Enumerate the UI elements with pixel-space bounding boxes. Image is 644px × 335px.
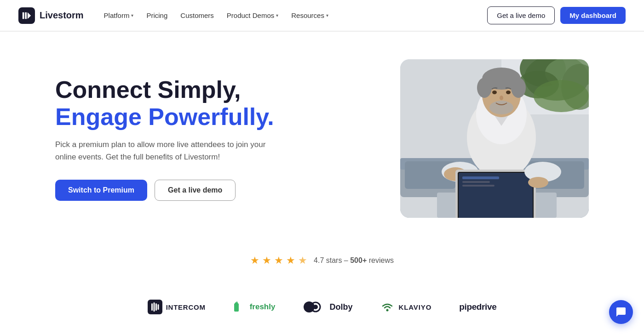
svg-point-9 — [534, 80, 589, 112]
nav-right: Get a live demo My dashboard — [487, 6, 626, 24]
intercom-icon — [148, 300, 162, 314]
svg-rect-41 — [153, 302, 155, 312]
svg-rect-33 — [462, 176, 499, 179]
nav-link-product-demos[interactable]: Product Demos ▾ — [221, 8, 284, 23]
nav-links: Platform ▾ Pricing Customers Product Dem… — [98, 8, 334, 23]
hero-subtitle: Pick a premium plan to allow more live a… — [55, 138, 267, 163]
hero-scene-svg — [400, 59, 589, 218]
logo-dolby: Dolby — [303, 301, 352, 313]
svg-rect-34 — [462, 181, 490, 183]
nav-link-customers[interactable]: Customers — [175, 8, 219, 23]
star-2-icon: ★ — [262, 255, 271, 267]
hero-content: Connect Simply, Engage Powerfully. Pick … — [55, 76, 274, 201]
svg-point-26 — [506, 91, 511, 94]
svg-rect-42 — [155, 303, 157, 311]
get-live-demo-hero-button[interactable]: Get a live demo — [155, 180, 236, 201]
svg-point-22 — [477, 78, 492, 98]
svg-point-24 — [489, 101, 513, 114]
reviews-section: ★ ★ ★ ★ ★ 4.7 stars – 500+ reviews — [0, 236, 644, 295]
svg-rect-1 — [25, 12, 27, 19]
logo-svg — [22, 11, 32, 21]
nav-link-resources[interactable]: Resources ▾ — [286, 8, 334, 23]
svg-rect-0 — [23, 12, 24, 19]
svg-point-27 — [500, 96, 503, 100]
hero-section: Connect Simply, Engage Powerfully. Pick … — [0, 32, 644, 236]
svg-rect-35 — [462, 185, 494, 187]
logo-icon — [18, 7, 35, 24]
logo-klaviyo: KLAVIYO — [380, 301, 431, 313]
svg-rect-46 — [236, 301, 237, 304]
svg-point-49 — [313, 305, 318, 309]
logo-freshly: freshly — [233, 301, 276, 313]
freshly-icon — [233, 301, 246, 313]
svg-point-25 — [492, 91, 497, 94]
chat-widget[interactable] — [609, 300, 633, 324]
svg-rect-32 — [459, 173, 533, 218]
star-4-icon: ★ — [286, 255, 295, 267]
svg-rect-40 — [151, 303, 153, 311]
svg-point-37 — [528, 177, 548, 188]
logo-intercom: INTERCOM — [148, 300, 206, 314]
logos-row: INTERCOM freshly Dolby — [0, 295, 644, 333]
hero-image — [400, 59, 589, 218]
dolby-icon — [303, 301, 326, 313]
my-dashboard-button[interactable]: My dashboard — [560, 7, 626, 24]
nav-link-pricing[interactable]: Pricing — [141, 8, 173, 23]
chat-icon — [615, 307, 627, 318]
logo-pipedrive: pipedrive — [459, 302, 496, 312]
navbar: Livestorm Platform ▾ Pricing Customers P… — [0, 0, 644, 31]
chevron-down-icon: ▾ — [276, 13, 278, 18]
switch-to-premium-button[interactable]: Switch to Premium — [55, 180, 147, 201]
nav-link-platform[interactable]: Platform ▾ — [98, 8, 139, 23]
svg-rect-39 — [148, 300, 162, 314]
hero-title: Connect Simply, Engage Powerfully. — [55, 76, 274, 131]
svg-rect-44 — [234, 303, 239, 312]
svg-rect-43 — [157, 304, 159, 310]
get-live-demo-button[interactable]: Get a live demo — [487, 6, 555, 24]
svg-point-23 — [511, 78, 526, 98]
star-half-icon: ★ — [298, 255, 307, 267]
logo[interactable]: Livestorm — [18, 7, 84, 24]
hero-buttons: Switch to Premium Get a live demo — [55, 180, 274, 201]
star-1-icon: ★ — [250, 255, 259, 267]
stars-row: ★ ★ ★ ★ ★ 4.7 stars – 500+ reviews — [18, 255, 626, 267]
nav-left: Livestorm Platform ▾ Pricing Customers P… — [18, 7, 334, 24]
chevron-down-icon: ▾ — [131, 13, 133, 18]
star-3-icon: ★ — [274, 255, 283, 267]
svg-point-50 — [386, 309, 389, 312]
chevron-down-icon: ▾ — [326, 13, 328, 18]
reviews-text: 4.7 stars – 500+ reviews — [314, 256, 394, 265]
klaviyo-icon — [380, 301, 395, 313]
brand-name: Livestorm — [40, 10, 84, 21]
